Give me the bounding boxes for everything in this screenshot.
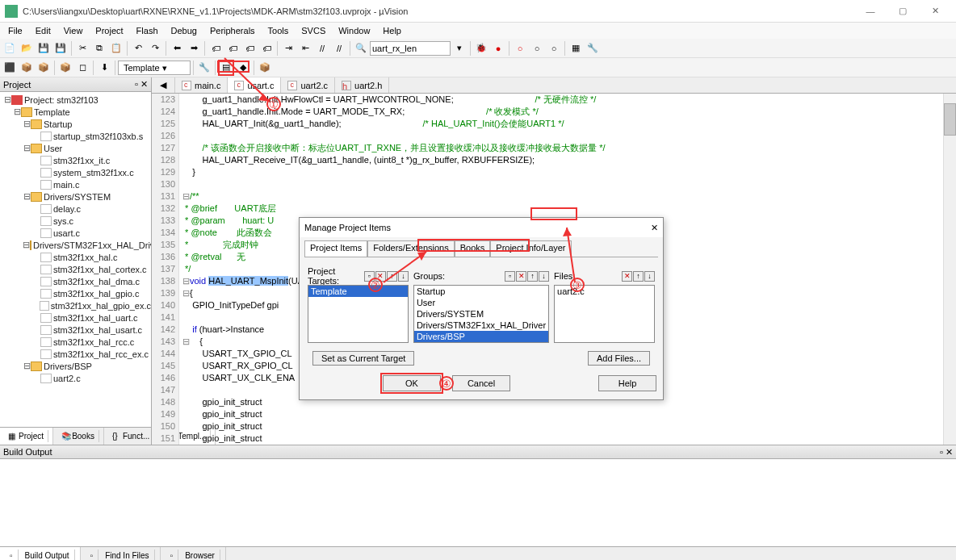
files-listbox[interactable]: uart2.c — [554, 285, 655, 343]
group-up-icon[interactable]: ↑ — [527, 271, 538, 282]
tree-item[interactable]: ⊟User — [0, 142, 151, 154]
menu-help[interactable]: Help — [376, 24, 408, 37]
tree-item[interactable]: ⊟Template — [0, 106, 151, 118]
bookmark-next-icon[interactable]: 🏷 — [241, 40, 258, 56]
translate-icon[interactable]: ⬛ — [2, 60, 18, 76]
set-current-target-button[interactable]: Set as Current Target — [312, 351, 414, 366]
file-down-icon[interactable]: ↓ — [644, 271, 655, 282]
menu-debug[interactable]: Debug — [165, 24, 203, 37]
editor-tab[interactable]: usart.c — [228, 77, 281, 93]
group-down-icon[interactable]: ↓ — [539, 271, 549, 282]
redo-icon[interactable]: ↷ — [147, 40, 163, 56]
debug-icon[interactable]: 🐞 — [473, 40, 489, 56]
menu-svcs[interactable]: SVCS — [295, 24, 332, 37]
tree-item[interactable]: startup_stm32f103xb.s — [0, 130, 151, 142]
menu-flash[interactable]: Flash — [130, 24, 165, 37]
target-up-icon[interactable]: ↑ — [387, 271, 397, 282]
close-button[interactable]: ✕ — [919, 2, 951, 21]
add-files-button[interactable]: Add Files... — [588, 351, 650, 366]
pack-installer-icon[interactable]: 📦 — [257, 60, 273, 76]
bookmark-icon[interactable]: 🏷 — [208, 40, 224, 56]
tree-item[interactable]: main.c — [0, 178, 151, 190]
list-item[interactable]: Startup — [414, 286, 548, 297]
targets-listbox[interactable]: Template — [308, 285, 409, 343]
file-up-icon[interactable]: ↑ — [633, 271, 644, 282]
tree-item[interactable]: delay.c — [0, 203, 151, 215]
tree-item[interactable]: ⊟Project: stm32f103 — [0, 94, 151, 106]
stop-build-icon[interactable]: ◻ — [74, 60, 90, 76]
ok-button[interactable]: OK — [383, 375, 441, 391]
undo-icon[interactable]: ↶ — [130, 40, 146, 56]
tree-item[interactable]: stm32f1xx_hal_rcc_ex.c — [0, 348, 151, 360]
tree-item[interactable]: stm32f1xx_hal.c — [0, 251, 151, 263]
rebuild-icon[interactable]: 📦 — [36, 60, 52, 76]
dialog-tab[interactable]: Project Items — [304, 240, 367, 257]
tree-item[interactable]: stm32f1xx_hal_gpio.c — [0, 287, 151, 299]
download-icon[interactable]: ⬇ — [96, 60, 112, 76]
menu-file[interactable]: File — [2, 24, 29, 37]
maximize-button[interactable]: ▢ — [887, 2, 919, 21]
editor-scrollbar[interactable] — [943, 94, 956, 445]
tree-item[interactable]: uart2.c — [0, 372, 151, 384]
save-all-icon[interactable]: 💾 — [52, 40, 69, 56]
groups-listbox[interactable]: StartupUserDrivers/SYSTEMDrivers/STM32F1… — [413, 285, 549, 343]
outdent-icon[interactable]: ⇤ — [297, 40, 313, 56]
list-item[interactable]: uart2.c — [555, 286, 654, 297]
menu-peripherals[interactable]: Peripherals — [203, 24, 262, 37]
project-tab[interactable]: 📚Books — [53, 428, 104, 445]
tree-item[interactable]: usart.c — [0, 227, 151, 239]
bottom-tab[interactable]: ▫Browser — [161, 547, 226, 560]
list-item[interactable]: Drivers/STM32F1xx_HAL_Driver — [414, 320, 548, 331]
find-icon[interactable]: 🔍 — [353, 40, 369, 56]
menu-tools[interactable]: Tools — [262, 24, 296, 37]
project-tab[interactable]: ▦Project — [0, 428, 53, 445]
editor-tab[interactable]: main.c — [175, 77, 228, 93]
tree-item[interactable]: stm32f1xx_hal_usart.c — [0, 324, 151, 336]
tree-item[interactable]: ⊟Drivers/BSP — [0, 360, 151, 372]
toggle-bp-icon[interactable]: ○ — [512, 40, 528, 56]
window-icon[interactable]: ▦ — [568, 40, 584, 56]
tree-item[interactable]: stm32f1xx_hal_rcc.c — [0, 336, 151, 348]
file-del-icon[interactable]: ✕ — [622, 271, 632, 282]
tree-item[interactable]: stm32f1xx_it.c — [0, 154, 151, 166]
list-item[interactable]: User — [414, 297, 548, 308]
menu-view[interactable]: View — [57, 24, 90, 37]
uncomment-icon[interactable]: // — [331, 40, 347, 56]
bookmark-prev-icon[interactable]: 🏷 — [224, 40, 241, 56]
project-tree[interactable]: ⊟Project: stm32f103⊟Template⊟Startupstar… — [0, 92, 151, 427]
copy-icon[interactable]: ⧉ — [91, 40, 107, 56]
list-item[interactable]: Drivers/BSP — [414, 331, 548, 342]
find-combo[interactable] — [370, 41, 451, 56]
tree-item[interactable]: system_stm32f1xx.c — [0, 166, 151, 178]
bottom-tab[interactable]: ▫Build Output — [0, 547, 81, 560]
list-item[interactable]: Template — [308, 286, 408, 297]
tree-item[interactable]: sys.c — [0, 215, 151, 227]
cancel-button[interactable]: Cancel — [452, 375, 510, 391]
tree-item[interactable]: ⊟Startup — [0, 118, 151, 130]
breakpoint-icon[interactable]: ● — [490, 40, 506, 56]
indent-icon[interactable]: ⇥ — [280, 40, 296, 56]
build-pin-icon[interactable]: ▫ ✕ — [940, 447, 953, 458]
disable-bp-icon[interactable]: ○ — [529, 40, 545, 56]
group-del-icon[interactable]: ✕ — [516, 271, 526, 282]
menu-edit[interactable]: Edit — [29, 24, 57, 37]
find-dropdown-icon[interactable]: ▾ — [451, 40, 468, 56]
tree-item[interactable]: ⊟Drivers/STM32F1xx_HAL_Driver — [0, 239, 151, 251]
editor-tab[interactable]: uart2.c — [281, 77, 335, 93]
target-down-icon[interactable]: ↓ — [398, 271, 409, 282]
menu-project[interactable]: Project — [89, 24, 129, 37]
nav-back-icon[interactable]: ⬅ — [169, 40, 185, 56]
save-icon[interactable]: 💾 — [36, 40, 52, 56]
pane-pin-icon[interactable]: ▫ ✕ — [135, 79, 148, 90]
tree-item[interactable]: stm32f1xx_hal_dma.c — [0, 275, 151, 287]
target-selector[interactable]: Template ▾ — [118, 61, 191, 75]
build-icon[interactable]: 📦 — [19, 60, 35, 76]
paste-icon[interactable]: 📋 — [108, 40, 124, 56]
options-icon[interactable]: 🔧 — [196, 60, 212, 76]
build-output-body[interactable] — [0, 459, 956, 546]
tab-nav-back[interactable]: ◀ — [152, 77, 175, 93]
list-item[interactable]: Drivers/SYSTEM — [414, 308, 548, 320]
help-button[interactable]: Help — [598, 375, 656, 391]
new-file-icon[interactable]: 📄 — [2, 40, 18, 56]
kill-bp-icon[interactable]: ○ — [546, 40, 562, 56]
